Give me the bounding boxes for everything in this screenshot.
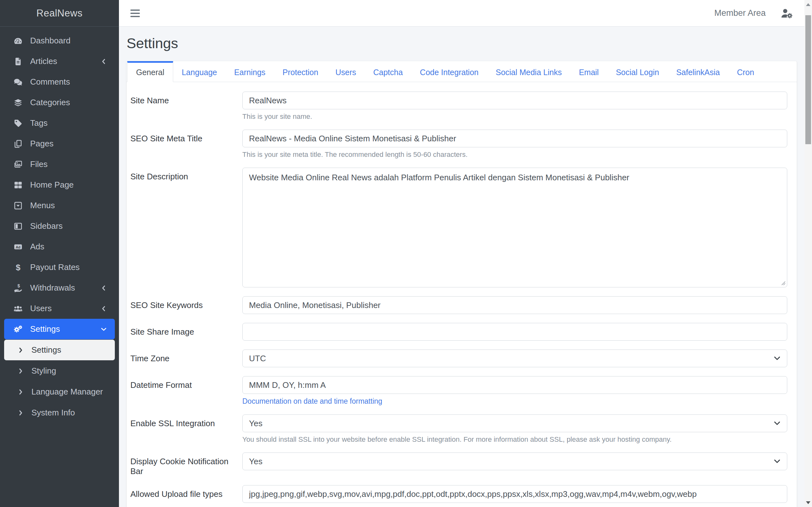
resize-grip-icon[interactable] — [780, 280, 786, 285]
field-label-site-share-image: Site Share Image — [131, 323, 242, 341]
field-control-enable-ssl-integration: YesYou should install SSL into your webs… — [242, 414, 787, 444]
svg-text:$: $ — [16, 263, 20, 272]
site-description-textarea[interactable] — [242, 168, 787, 287]
sidebar-subitem-label: Language Manager — [32, 387, 103, 397]
form-group-display-cookie-notification-bar: Display Cookie Notification BarYes — [131, 452, 787, 476]
sidebar-item-home-page[interactable]: Home Page — [4, 175, 115, 195]
seo-site-keywords-input[interactable] — [242, 296, 787, 314]
site-share-image-input[interactable] — [242, 323, 787, 341]
scrollbar-thumb[interactable] — [805, 15, 811, 144]
field-control-allowed-upload-file-types: Allowed file types. Separate types by co… — [242, 485, 787, 507]
hand-dollar-icon: $ — [13, 283, 23, 293]
datetime-format-input[interactable] — [242, 376, 787, 394]
sidebar-item-label: Sidebars — [30, 221, 108, 231]
ad-icon: Ad — [13, 242, 23, 252]
file-icon — [13, 56, 23, 66]
time-zone-select[interactable]: UTC — [242, 349, 787, 367]
sidebar-item-label: Comments — [30, 77, 108, 87]
chevron-left-icon — [100, 304, 108, 313]
sidebar-item-articles[interactable]: Articles — [4, 51, 115, 72]
scroll-up-button[interactable] — [804, 0, 812, 9]
sidebar-subitem-label: System Info — [32, 408, 75, 418]
form-group-site-share-image: Site Share Image — [131, 323, 787, 341]
form-group-allowed-upload-file-types: Allowed Upload file typesAllowed file ty… — [131, 485, 787, 507]
form-group-seo-site-meta-title: SEO Site Meta TitleThis is your site met… — [131, 130, 787, 159]
top-navbar: Member Area — [119, 0, 804, 26]
svg-text:Ad: Ad — [16, 245, 20, 249]
sidebar-toggle-icon[interactable] — [131, 9, 140, 17]
sidebar-item-files[interactable]: Files — [4, 154, 115, 175]
sidebar-item-categories[interactable]: Categories — [4, 92, 115, 113]
sidebar-item-payout-rates[interactable]: $Payout Rates — [4, 257, 115, 278]
sidebar-item-label: Settings — [30, 324, 100, 334]
tab-earnings[interactable]: Earnings — [225, 61, 274, 82]
sidebar-item-users[interactable]: Users — [4, 298, 115, 319]
vertical-scrollbar[interactable] — [804, 0, 812, 507]
sidebar-subitem-language-manager[interactable]: Language Manager — [4, 382, 115, 402]
tab-safelinkasia[interactable]: SafelinkAsia — [668, 61, 728, 82]
field-control-time-zone: UTC — [242, 349, 787, 367]
dollar-icon: $ — [13, 262, 23, 273]
content: Settings GeneralLanguageEarningsProtecti… — [119, 26, 804, 507]
sidebar-item-pages[interactable]: Pages — [4, 133, 115, 154]
sidebar-item-ads[interactable]: AdAds — [4, 236, 115, 257]
tab-code-integration[interactable]: Code Integration — [411, 61, 487, 82]
field-control-site-name: This is your site name. — [242, 92, 787, 121]
field-control-seo-site-keywords — [242, 296, 787, 314]
enable-ssl-integration-select[interactable]: Yes — [242, 414, 787, 432]
brand-logo[interactable]: RealNews — [0, 0, 119, 26]
users-icon — [13, 303, 23, 314]
seo-site-meta-title-input[interactable] — [242, 130, 787, 147]
form-group-site-name: Site NameThis is your site name. — [131, 92, 787, 121]
sidebar-item-dashboard[interactable]: Dashboard — [4, 31, 115, 51]
member-area-link[interactable]: Member Area — [714, 8, 766, 18]
sidebar-subitem-label: Settings — [32, 345, 61, 355]
sidebar: RealNews DashboardArticlesCommentsCatego… — [0, 0, 119, 507]
tab-protection[interactable]: Protection — [274, 61, 327, 82]
field-label-seo-site-meta-title: SEO Site Meta Title — [131, 130, 242, 159]
sidebar-item-label: Users — [30, 303, 100, 314]
tab-users[interactable]: Users — [327, 61, 364, 82]
sidebar-item-sidebars[interactable]: Sidebars — [4, 216, 115, 236]
display-cookie-notification-bar-select[interactable]: Yes — [242, 452, 787, 470]
sidebar-item-withdrawals[interactable]: $Withdrawals — [4, 278, 115, 298]
field-label-site-description: Site Description — [131, 168, 242, 287]
allowed-upload-file-types-input[interactable] — [242, 485, 787, 503]
helper-text-site-name: This is your site name. — [242, 112, 787, 121]
sidebar-item-settings[interactable]: Settings — [4, 319, 115, 339]
field-label-time-zone: Time Zone — [131, 349, 242, 367]
images-icon — [13, 159, 23, 170]
documentation-link[interactable]: Documentation on date and time formattin… — [242, 397, 382, 406]
tab-captcha[interactable]: Captcha — [365, 61, 411, 82]
sidebar-item-menus[interactable]: Menus — [4, 195, 115, 216]
sidebar-item-comments[interactable]: Comments — [4, 72, 115, 92]
tab-social-media-links[interactable]: Social Media Links — [487, 61, 570, 82]
sidebar-item-label: Home Page — [30, 180, 108, 190]
tab-cron[interactable]: Cron — [728, 61, 763, 82]
sidebar-subitem-styling[interactable]: Styling — [4, 360, 115, 381]
user-gear-icon[interactable] — [780, 8, 793, 19]
main-area: Member Area Settings G — [119, 0, 804, 507]
tab-general[interactable]: General — [127, 61, 173, 82]
field-label-seo-site-keywords: SEO Site Keywords — [131, 296, 242, 314]
sidebar-item-tags[interactable]: Tags — [4, 113, 115, 133]
svg-text:$: $ — [17, 283, 20, 288]
sidebar-item-label: Articles — [30, 56, 100, 66]
tag-icon — [13, 118, 23, 128]
sidebar-subitem-settings[interactable]: Settings — [4, 340, 115, 360]
form-group-datetime-format: Datetime FormatDocumentation on date and… — [131, 376, 787, 406]
field-control-site-share-image — [242, 323, 787, 341]
chevron-right-icon — [17, 388, 24, 396]
chevron-right-icon — [17, 367, 24, 375]
form-group-site-description: Site Description — [131, 168, 787, 287]
sidebar-subitem-system-info[interactable]: System Info — [4, 402, 115, 423]
helper-text-seo-site-meta-title: This is your site meta title. The recomm… — [242, 151, 787, 159]
sidebar-item-label: Categories — [30, 98, 108, 107]
scroll-down-button[interactable] — [804, 498, 812, 507]
grid-icon — [13, 180, 23, 190]
tab-email[interactable]: Email — [570, 61, 607, 82]
field-label-datetime-format: Datetime Format — [131, 376, 242, 406]
tab-language[interactable]: Language — [173, 61, 225, 82]
tab-social-login[interactable]: Social Login — [607, 61, 668, 82]
site-name-input[interactable] — [242, 92, 787, 109]
